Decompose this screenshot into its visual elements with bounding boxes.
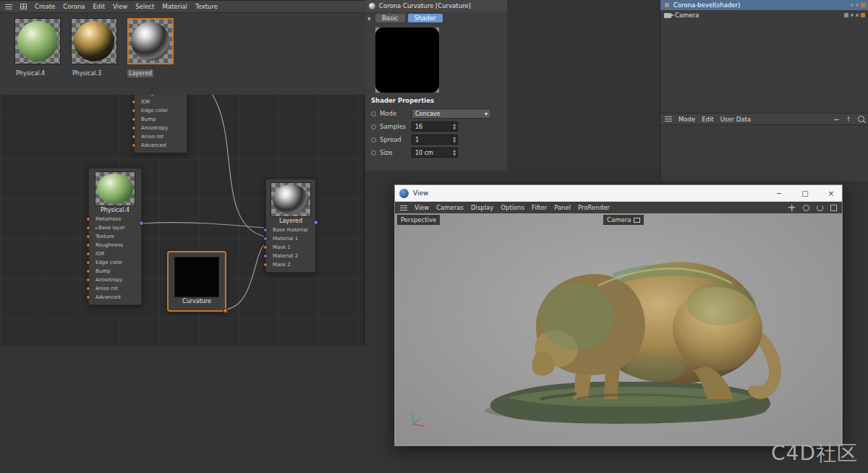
input-port-row[interactable]: Advanced <box>135 141 187 150</box>
size-field[interactable]: 10 cm ▲▼ <box>412 148 458 158</box>
keyframe-dot-icon[interactable] <box>371 111 376 116</box>
node-physical4[interactable]: Physical.4 Metalness ▸Base layer Texture… <box>88 168 142 305</box>
object-name[interactable]: Camera <box>675 12 699 19</box>
hamburger-icon[interactable] <box>400 205 407 210</box>
attribute-panel-title: Corona Curvature [Curvature] <box>379 2 471 9</box>
material-name[interactable]: Physical.3 <box>71 69 103 77</box>
menu-texture[interactable]: Texture <box>195 3 218 10</box>
mode-dropdown[interactable]: Concave ▾ <box>412 108 491 119</box>
window-title: View <box>413 189 764 197</box>
search-icon[interactable] <box>858 116 864 122</box>
input-port-row[interactable]: Mask 2 <box>266 260 315 269</box>
input-port-row[interactable]: Edge color <box>135 106 187 115</box>
material-item-physical3[interactable]: Physical.3 <box>71 18 117 78</box>
input-port-row[interactable]: ▸Base layer <box>89 223 141 232</box>
menu-options[interactable]: Options <box>501 204 524 211</box>
object-item-camera[interactable]: Camera <box>660 10 868 20</box>
panel-fold-icon[interactable]: ▼ <box>367 16 371 21</box>
menu-filter[interactable]: Filter <box>532 204 547 211</box>
menu-corona[interactable]: Corona <box>63 3 85 10</box>
green-sphere-preview <box>97 174 133 204</box>
object-icon <box>664 2 670 8</box>
history-up-icon[interactable]: ↑ <box>846 116 851 123</box>
history-back-icon[interactable]: ← <box>834 116 840 123</box>
rotate-view-icon[interactable] <box>817 205 823 211</box>
object-item-corona-shader[interactable]: Corona-bevel(shader) <box>660 0 868 10</box>
menu-view[interactable]: View <box>414 204 429 211</box>
material-thumbnail <box>74 21 114 61</box>
window-titlebar[interactable]: View − □ × <box>395 185 842 202</box>
input-port-row[interactable]: Aniso rot <box>89 284 141 293</box>
stepper-down-icon: ▼ <box>452 153 457 156</box>
visibility-dots[interactable] <box>851 3 865 7</box>
toggle-view-icon[interactable] <box>830 205 837 211</box>
visibility-dots[interactable] <box>844 13 865 17</box>
material-name[interactable]: Layered <box>127 69 153 77</box>
viewport-3d[interactable]: Perspective Camera <box>396 213 841 445</box>
input-port-row[interactable]: Texture <box>89 232 141 241</box>
input-port-row[interactable]: IOR <box>135 98 187 106</box>
menu-select[interactable]: Select <box>135 3 154 10</box>
view-window-icon <box>399 189 409 198</box>
input-port-row[interactable]: Roughness <box>89 241 141 250</box>
menu-prorender[interactable]: ProRender <box>578 204 610 211</box>
mode-menu[interactable]: Mode <box>678 116 695 123</box>
input-port-row[interactable]: Material 1 <box>266 234 315 243</box>
input-port-row[interactable]: Edge color <box>89 258 141 267</box>
input-port-row[interactable]: Advanced <box>89 293 141 302</box>
material-list: Physical.4 Physical.3 Layered <box>0 13 395 78</box>
input-port-row[interactable]: Anisotropy <box>89 276 141 284</box>
material-item-layered[interactable]: Layered <box>127 18 174 78</box>
hamburger-icon[interactable] <box>665 116 672 122</box>
material-name[interactable]: Physical.4 <box>14 69 46 77</box>
menu-cameras[interactable]: Cameras <box>436 204 464 211</box>
attribute-mode-bar: Mode Edit User Data ← ↑ <box>660 113 868 125</box>
menu-material[interactable]: Material <box>162 3 187 10</box>
shader-preview[interactable] <box>375 27 439 93</box>
size-label: Size <box>380 149 412 156</box>
input-port-row[interactable]: Base material <box>266 226 315 234</box>
keyframe-dot-icon[interactable] <box>371 137 376 142</box>
keyframe-dot-icon[interactable] <box>371 150 376 155</box>
output-port[interactable] <box>313 220 318 225</box>
edit-menu[interactable]: Edit <box>702 116 713 123</box>
view-window[interactable]: View − □ × View Cameras Display Options … <box>394 184 843 446</box>
close-button[interactable]: × <box>820 185 842 201</box>
perspective-label[interactable]: Perspective <box>397 215 440 225</box>
spread-field[interactable]: 1 ▲▼ <box>412 135 458 145</box>
object-name[interactable]: Corona-bevel(shader) <box>673 1 740 9</box>
output-port[interactable] <box>223 308 228 313</box>
input-port-row[interactable]: Mask 1 <box>266 243 315 252</box>
maximize-button[interactable]: □ <box>794 185 816 201</box>
attribute-tabs: Basic Shader <box>365 12 507 24</box>
user-data-menu[interactable]: User Data <box>720 116 751 123</box>
tab-basic[interactable]: Basic <box>375 14 405 22</box>
menu-create[interactable]: Create <box>35 3 55 10</box>
menu-display[interactable]: Display <box>471 204 493 211</box>
samples-label: Samples <box>380 123 412 130</box>
input-port-row[interactable]: Aniso rot <box>135 132 187 141</box>
input-port-row[interactable]: IOR <box>89 250 141 258</box>
input-port-row[interactable]: Metalness <box>89 215 141 223</box>
zoom-view-icon[interactable] <box>803 205 809 211</box>
menu-view[interactable]: View <box>113 3 127 10</box>
stepper-down-icon: ▼ <box>452 140 457 143</box>
hamburger-icon[interactable] <box>5 4 12 9</box>
samples-field[interactable]: 16 ▲▼ <box>412 122 458 132</box>
minimize-button[interactable]: − <box>768 185 790 201</box>
input-port-row[interactable]: Material 2 <box>266 252 315 260</box>
input-port-row[interactable]: Bump <box>89 267 141 276</box>
node-layered[interactable]: Layered Base material Material 1 Mask 1 … <box>265 179 316 273</box>
input-port-row[interactable]: Bump <box>135 115 187 124</box>
menu-edit[interactable]: Edit <box>93 3 105 10</box>
tab-shader[interactable]: Shader <box>408 14 443 22</box>
node-title: Curvature <box>169 297 225 306</box>
input-port-row[interactable]: Anisotropy <box>135 124 187 132</box>
pan-view-icon[interactable] <box>788 204 796 212</box>
material-thumbnail <box>17 21 58 61</box>
menu-panel[interactable]: Panel <box>554 204 571 211</box>
keyframe-dot-icon[interactable] <box>371 124 376 129</box>
node-curvature[interactable]: Curvature <box>168 252 226 311</box>
material-item-physical4[interactable]: Physical.4 <box>14 18 61 78</box>
panel-grid-icon[interactable] <box>20 4 27 9</box>
